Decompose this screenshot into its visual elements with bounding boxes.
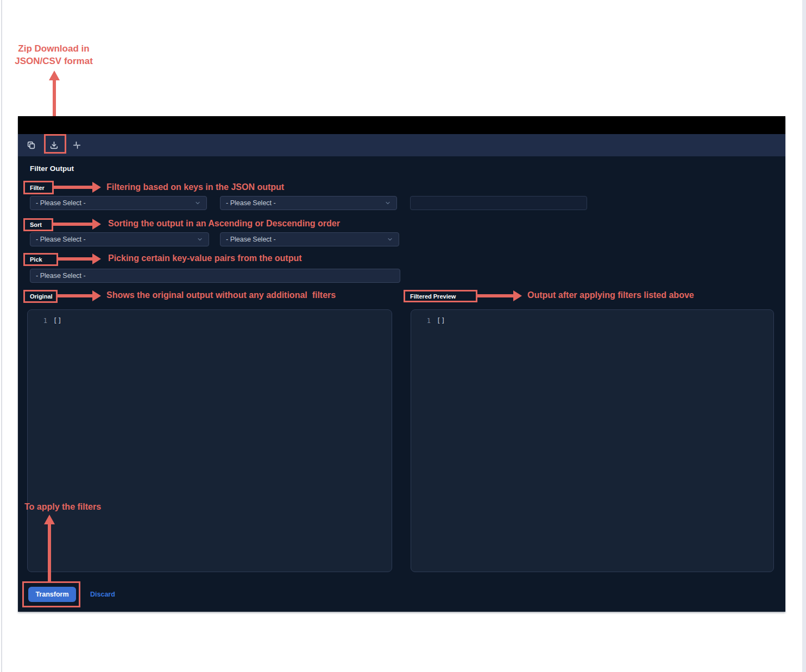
arrow-shaft-sort — [53, 223, 92, 226]
arrow-shaft-pick — [58, 257, 92, 261]
filter-operator-select[interactable]: - Please Select - — [220, 196, 397, 210]
dialog-toolbar — [18, 134, 785, 156]
page-left-border — [1, 0, 2, 672]
filter-label: Filter — [30, 185, 45, 191]
arrow-shaft-filtered — [477, 294, 513, 297]
annotation-box-sort: Sort — [23, 218, 53, 231]
sort-label: Sort — [30, 221, 42, 228]
filtered-preview-label: Filtered Preview — [410, 293, 456, 300]
discard-link[interactable]: Discard — [90, 591, 115, 598]
chevron-down-icon — [194, 200, 201, 206]
annotation-box-filter: Filter — [23, 181, 54, 194]
filter-operator-select-value: - Please Select - — [226, 199, 276, 207]
window-top-bar — [18, 116, 785, 134]
annotation-original: Shows the original output without any ad… — [106, 290, 336, 300]
sort-key-select-value: - Please Select - — [36, 236, 86, 243]
arrow-shaft-filter — [54, 186, 92, 189]
annotation-pick: Picking certain key-value pairs from the… — [108, 253, 302, 263]
arrow-head-filter — [92, 182, 101, 193]
filtered-preview-editor[interactable]: 1 [] — [411, 309, 774, 572]
chevron-down-icon — [385, 200, 391, 206]
pick-keys-select-value: - Please Select - — [36, 272, 86, 280]
copy-icon[interactable] — [26, 140, 36, 151]
annotation-apply-filters: To apply the filters — [24, 502, 101, 512]
line-number: 1 — [411, 317, 431, 325]
annotation-zip-line2: JSON/CSV format — [15, 56, 93, 66]
filter-key-select[interactable]: - Please Select - — [30, 196, 207, 210]
annotation-box-original: Original — [23, 290, 58, 303]
sort-key-select[interactable]: - Please Select - — [30, 232, 209, 246]
arrow-head-pick — [92, 253, 101, 264]
line-number: 1 — [28, 317, 47, 325]
annotation-zip-download: Zip Download inJSON/CSV format — [13, 42, 95, 67]
arrow-shaft-original — [58, 294, 92, 297]
sort-order-select-value: - Please Select - — [226, 236, 276, 243]
annotation-filtered-preview: Output after applying filters listed abo… — [527, 290, 694, 300]
collapse-icon[interactable] — [71, 140, 82, 151]
pick-label: Pick — [30, 256, 42, 263]
chevron-down-icon — [197, 236, 203, 243]
pick-keys-select[interactable]: - Please Select - — [30, 269, 400, 283]
annotation-filter: Filtering based on keys in the JSON outp… — [106, 182, 284, 192]
annotation-zip-line1: Zip Download in — [18, 43, 89, 54]
transform-button[interactable]: Transform — [28, 587, 76, 602]
original-code: [] — [47, 317, 62, 325]
original-output-editor[interactable]: 1 [] — [27, 309, 392, 572]
page-right-scroll-strip[interactable] — [802, 0, 806, 672]
annotation-box-download — [44, 134, 66, 154]
chevron-down-icon — [387, 236, 393, 243]
annotation-box-filtered-preview: Filtered Preview — [404, 290, 477, 302]
sort-order-select[interactable]: - Please Select - — [220, 232, 399, 246]
page-title: Filter Output — [30, 164, 74, 173]
filter-key-select-value: - Please Select - — [36, 199, 86, 207]
annotation-box-pick: Pick — [23, 253, 58, 266]
annotation-sort: Sorting the output in an Ascending or De… — [108, 219, 340, 229]
filter-value-input[interactable] — [410, 196, 587, 210]
arrow-head-filtered — [513, 290, 522, 301]
original-label: Original — [30, 293, 53, 300]
filtered-code: [] — [431, 317, 445, 325]
arrow-shaft-apply — [48, 523, 51, 582]
arrow-head-sort — [92, 219, 101, 230]
arrow-head-original — [92, 290, 101, 301]
